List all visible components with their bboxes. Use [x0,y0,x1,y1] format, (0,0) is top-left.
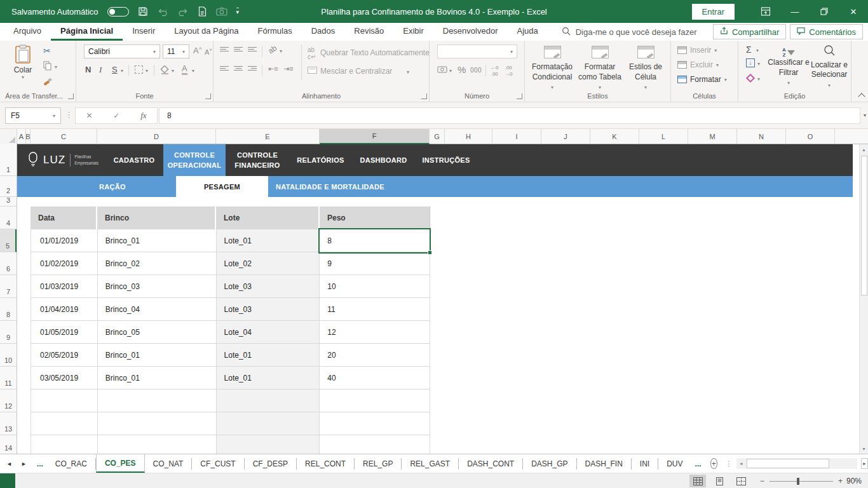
decrease-decimal-icon[interactable]: .00→0 [505,65,512,77]
sheet-tab-co-rac[interactable]: CO_RAC [47,458,96,470]
clear-dropdown-icon[interactable]: ▾ [757,76,760,82]
cell-c7[interactable]: 01/03/2019 [31,275,98,297]
collapse-ribbon-icon[interactable] [858,93,865,100]
column-header-k[interactable]: K [590,129,639,144]
align-center-icon[interactable] [234,66,243,71]
column-header-a[interactable]: A [17,129,26,144]
merge-dropdown-icon[interactable]: ▾ [407,69,409,75]
clear-icon[interactable] [746,74,755,83]
vertical-scroll-thumb[interactable] [861,156,867,295]
sheet-tab-rel-gp[interactable]: REL_GP [355,458,402,470]
insert-function-icon[interactable]: fx [140,111,146,121]
cut-icon[interactable]: ✂ [43,46,51,56]
wrap-text-icon[interactable]: abc↵ [308,46,316,60]
paste-dropdown-icon[interactable]: ▾ [8,74,38,80]
comma-style-icon[interactable]: 000 [470,67,482,74]
sheet-tab-dash-fin[interactable]: DASH_FIN [577,458,632,470]
nav-item-controle-operacional[interactable]: CONTROLE OPERACIONAL [163,144,226,176]
column-header-j[interactable]: J [541,129,590,144]
row-header-14[interactable]: 14 [0,435,17,454]
sheet-tab-cf-cust[interactable]: CF_CUST [192,458,244,470]
tab-exibir[interactable]: Exibir [393,23,433,41]
sheet-tab-ini[interactable]: INI [632,458,658,470]
cell-e14[interactable] [217,435,320,454]
row-header-8[interactable]: 8 [0,298,17,321]
cell-e8[interactable]: Lote_03 [217,298,320,320]
font-name-combo[interactable]: Calibri▾ [84,44,160,58]
zoom-slider[interactable] [770,481,833,482]
row-header-12[interactable]: 12 [0,390,17,412]
column-header-i[interactable]: I [492,129,541,144]
undo-icon[interactable] [157,7,168,17]
tab-layout[interactable]: Layout da Página [165,23,248,41]
accounting-format-icon[interactable] [437,65,447,76]
zoom-slider-thumb[interactable] [797,478,799,485]
comments-button[interactable]: Comentários [790,24,863,39]
cell-d5[interactable]: Brinco_01 [98,229,217,252]
decrease-indent-icon[interactable]: ⇤≡ [268,65,278,73]
cell-d12[interactable] [98,390,217,412]
normal-view-icon[interactable] [689,475,706,487]
cell-f10[interactable]: 20 [320,344,430,366]
cell-e7[interactable]: Lote_03 [217,275,320,297]
font-dialog-launcher[interactable] [205,93,211,99]
camera-icon[interactable] [216,7,227,16]
format-painter-icon[interactable] [43,76,53,88]
align-right-icon[interactable] [248,66,257,71]
copy-icon[interactable] [43,61,52,72]
align-bottom-icon[interactable] [248,47,257,51]
cell-f14[interactable] [320,435,430,454]
format-cells-button[interactable]: Formatar▾ [677,75,727,84]
cell-e11[interactable]: Lote_01 [217,367,320,389]
cell-c13[interactable] [31,412,98,435]
column-header-f-selected[interactable]: F [320,129,430,144]
cell-d8[interactable]: Brinco_04 [98,298,217,320]
cell-f8[interactable]: 11 [320,298,430,320]
expand-formula-bar-icon[interactable]: ▾ [864,112,866,118]
alignment-dialog-launcher[interactable] [421,93,427,99]
column-header-o[interactable]: O [786,129,835,144]
format-as-table-button[interactable]: Formatar como Tabela ▾ [576,46,624,92]
bold-button[interactable]: N [85,65,91,74]
horizontal-scrollbar[interactable]: ◄ [736,458,857,469]
cell-d13[interactable] [98,412,217,435]
cell-e12[interactable] [217,390,320,412]
cell-f12[interactable] [320,390,430,412]
nav-item-relatorios[interactable]: RELATÓRIOS [289,144,352,176]
insert-cells-button[interactable]: Inserir▾ [677,46,717,55]
font-color-icon[interactable]: A [182,64,187,75]
table-header-lote[interactable]: Lote [216,207,320,229]
column-header-c[interactable]: C [31,129,97,144]
prev-sheet-icon[interactable]: ◄ [6,461,12,467]
cell-d11[interactable]: Brinco_01 [98,367,217,389]
subnav-racao[interactable]: RAÇÃO [17,176,176,197]
page-break-view-icon[interactable] [733,475,749,487]
grow-font-icon[interactable]: A˄ [193,46,201,55]
cell-c9[interactable]: 01/05/2019 [31,321,98,343]
table-header-brinco[interactable]: Brinco [97,207,216,229]
find-select-button[interactable]: Localizar e Selecionar ▾ [810,44,849,90]
tab-ajuda[interactable]: Ajuda [507,23,547,41]
row-header-9[interactable]: 9 [0,321,17,344]
cell-e5[interactable]: Lote_01 [217,229,320,252]
paste-button[interactable]: Colar ▾ [8,44,38,80]
increase-indent-icon[interactable]: ⇥≡ [283,65,294,73]
fill-color-icon[interactable] [160,65,170,76]
row-header-11[interactable]: 11 [0,367,17,390]
hidden-sheets-left[interactable]: ... [33,454,47,473]
tab-pagina-inicial[interactable]: Página Inicial [51,23,123,41]
cell-f5-selected[interactable]: 8 [320,229,430,252]
column-header-b[interactable]: B [26,129,31,144]
merge-center-label[interactable]: Mesclar e Centralizar [320,67,392,76]
column-header-g[interactable]: G [430,129,445,144]
sheet-tab-rel-cont[interactable]: REL_CONT [297,458,355,470]
next-sheet-icon[interactable]: ► [21,461,27,467]
row-header-7[interactable]: 7 [0,275,17,298]
cell-f11[interactable]: 40 [320,367,430,389]
row-header-4[interactable]: 4 [0,207,17,229]
column-header-h[interactable]: H [445,129,492,144]
cell-c10[interactable]: 02/05/2019 [31,344,98,366]
sign-in-button[interactable]: Entrar [692,4,735,20]
minimize-button[interactable]: — [780,0,810,23]
cell-d14[interactable] [98,435,217,454]
